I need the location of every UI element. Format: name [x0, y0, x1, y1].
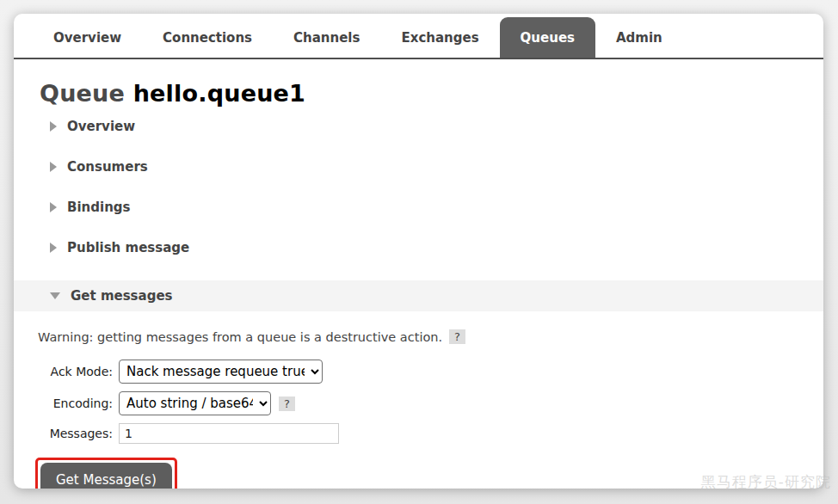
messages-label: Messages:	[14, 427, 119, 440]
chevron-down-icon	[50, 292, 60, 299]
main-panel: Overview Connections Channels Exchanges …	[14, 14, 823, 489]
encoding-select[interactable]: Auto string / base64	[119, 391, 271, 415]
section-label: Publish message	[67, 240, 189, 255]
page-title-prefix: Queue	[40, 80, 125, 107]
get-messages-button[interactable]: Get Message(s)	[40, 463, 172, 489]
tab-channels[interactable]: Channels	[273, 17, 380, 58]
chevron-right-icon	[50, 243, 57, 253]
page-title: Queue hello.queue1	[40, 80, 823, 107]
chevron-right-icon	[50, 202, 57, 212]
get-messages-panel: Warning: getting messages from a queue i…	[14, 329, 823, 489]
help-icon[interactable]: ?	[279, 396, 295, 411]
section-get-messages[interactable]: Get messages	[14, 280, 823, 311]
section-label: Overview	[67, 119, 135, 134]
destructive-warning-text: Warning: getting messages from a queue i…	[38, 330, 442, 344]
section-bindings[interactable]: Bindings	[50, 200, 823, 215]
top-nav-tabs: Overview Connections Channels Exchanges …	[14, 14, 823, 59]
section-publish-message[interactable]: Publish message	[50, 240, 823, 255]
tab-connections[interactable]: Connections	[142, 17, 273, 58]
section-label: Consumers	[67, 159, 148, 175]
ack-mode-select[interactable]: Nack message requeue true	[119, 360, 323, 384]
tab-admin[interactable]: Admin	[595, 17, 683, 58]
messages-count-input[interactable]	[119, 423, 339, 444]
help-icon[interactable]: ?	[449, 329, 465, 344]
tab-overview[interactable]: Overview	[33, 17, 142, 58]
section-label: Get messages	[71, 288, 173, 304]
chevron-right-icon	[50, 162, 57, 172]
encoding-label: Encoding:	[14, 396, 119, 410]
tab-exchanges[interactable]: Exchanges	[380, 17, 499, 58]
section-consumers[interactable]: Consumers	[50, 159, 823, 175]
ack-mode-label: Ack Mode:	[14, 365, 119, 378]
section-overview[interactable]: Overview	[50, 119, 823, 134]
tab-queues[interactable]: Queues	[500, 17, 595, 58]
queue-name: hello.queue1	[133, 80, 305, 107]
section-label: Bindings	[67, 200, 130, 215]
chevron-right-icon	[50, 121, 57, 132]
red-highlight-annotation: Get Message(s)	[35, 458, 177, 489]
